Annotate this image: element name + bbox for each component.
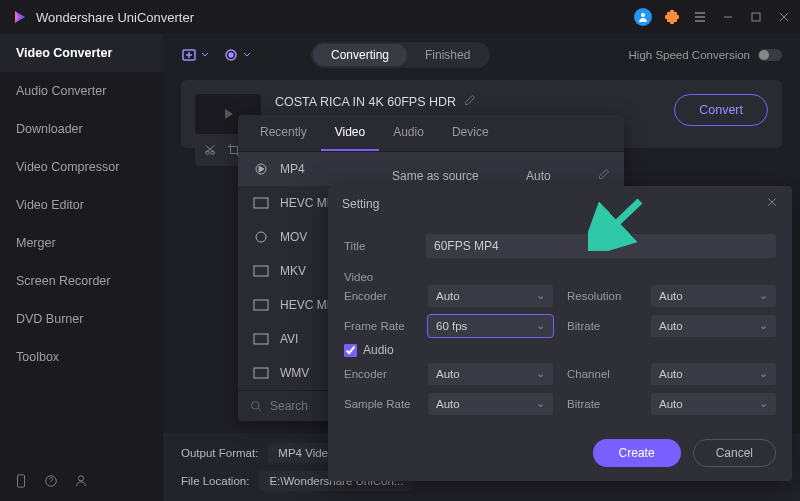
video-encoder-select[interactable]: Auto <box>428 285 553 307</box>
edit-name-icon[interactable] <box>464 94 476 109</box>
tab-finished[interactable]: Finished <box>407 44 488 66</box>
svg-rect-24 <box>254 300 268 310</box>
svg-line-28 <box>258 408 261 411</box>
account-icon[interactable] <box>74 474 88 491</box>
audio-checkbox[interactable]: Audio <box>344 343 776 357</box>
close-icon[interactable] <box>776 9 792 25</box>
toolbar: Converting Finished High Speed Conversio… <box>163 34 800 76</box>
svg-rect-8 <box>18 475 25 487</box>
hevc-mkv-icon <box>252 298 270 312</box>
format-tab-recently[interactable]: Recently <box>246 115 321 151</box>
svg-point-15 <box>229 53 233 57</box>
mkv-icon <box>252 264 270 278</box>
svg-rect-25 <box>254 334 268 344</box>
svg-point-27 <box>252 402 260 410</box>
hevc-icon <box>252 196 270 210</box>
status-tabs: Converting Finished <box>311 42 490 68</box>
search-icon <box>250 400 262 412</box>
auto-label: Auto <box>526 169 551 183</box>
file-name: COSTA RICA IN 4K 60FPS HDR <box>275 95 456 109</box>
add-file-button[interactable] <box>181 47 209 63</box>
file-location-label: File Location: <box>181 475 249 487</box>
tab-converting[interactable]: Converting <box>313 44 407 66</box>
setting-title: Setting <box>342 197 379 211</box>
sidebar-item-video-converter[interactable]: Video Converter <box>0 34 163 72</box>
svg-rect-23 <box>254 266 268 276</box>
output-format-label: Output Format: <box>181 447 258 459</box>
close-setting-icon[interactable] <box>766 196 778 211</box>
audio-bitrate-select[interactable]: Auto <box>651 393 776 415</box>
setting-modal: Setting Title Video Encoder Auto Resolut… <box>328 186 792 481</box>
sidebar-item-video-editor[interactable]: Video Editor <box>0 186 163 224</box>
svg-rect-5 <box>752 13 760 21</box>
phone-icon[interactable] <box>14 474 28 491</box>
help-icon[interactable] <box>44 474 58 491</box>
format-tab-device[interactable]: Device <box>438 115 503 151</box>
sidebar-item-dvd-burner[interactable]: DVD Burner <box>0 300 163 338</box>
app-title: Wondershare UniConverter <box>36 10 634 25</box>
channel-select[interactable]: Auto <box>651 363 776 385</box>
svg-point-0 <box>641 13 645 17</box>
app-logo-icon <box>12 9 28 25</box>
tool-button[interactable] <box>223 47 251 63</box>
sidebar-item-toolbox[interactable]: Toolbox <box>0 338 163 376</box>
avi-icon <box>252 332 270 346</box>
sidebar-item-merger[interactable]: Merger <box>0 224 163 262</box>
create-button[interactable]: Create <box>593 439 681 467</box>
resolution-select[interactable]: Auto <box>651 285 776 307</box>
svg-point-22 <box>256 232 266 242</box>
format-tab-audio[interactable]: Audio <box>379 115 438 151</box>
audio-encoder-select[interactable]: Auto <box>428 363 553 385</box>
sidebar-item-audio-converter[interactable]: Audio Converter <box>0 72 163 110</box>
title-input[interactable] <box>426 234 776 258</box>
frame-rate-select[interactable]: 60 fps <box>428 315 553 337</box>
high-speed-toggle[interactable]: High Speed Conversion <box>629 49 782 61</box>
trim-icon[interactable] <box>203 143 217 160</box>
same-as-source-label: Same as source <box>392 169 479 183</box>
convert-button[interactable]: Convert <box>674 94 768 126</box>
format-item-mp4[interactable]: MP4 <box>238 152 378 186</box>
toggle-switch-icon[interactable] <box>758 49 782 61</box>
menu-icon[interactable] <box>692 9 708 25</box>
video-section-label: Video <box>344 271 776 283</box>
sample-rate-select[interactable]: Auto <box>428 393 553 415</box>
plugin-icon[interactable] <box>664 9 680 25</box>
svg-rect-21 <box>254 198 268 208</box>
sidebar-item-downloader[interactable]: Downloader <box>0 110 163 148</box>
wmv-icon <box>252 366 270 380</box>
maximize-icon[interactable] <box>748 9 764 25</box>
cancel-button[interactable]: Cancel <box>693 439 776 467</box>
video-bitrate-select[interactable]: Auto <box>651 315 776 337</box>
titlebar: Wondershare UniConverter <box>0 0 800 34</box>
sidebar-item-video-compressor[interactable]: Video Compressor <box>0 148 163 186</box>
title-label: Title <box>344 240 414 252</box>
mp4-icon <box>252 162 270 176</box>
mov-icon <box>252 230 270 244</box>
user-avatar-icon[interactable] <box>634 8 652 26</box>
format-tab-video[interactable]: Video <box>321 115 379 151</box>
svg-point-10 <box>78 476 83 481</box>
sidebar: Video Converter Audio Converter Download… <box>0 34 163 501</box>
sidebar-item-screen-recorder[interactable]: Screen Recorder <box>0 262 163 300</box>
minimize-icon[interactable] <box>720 9 736 25</box>
svg-rect-26 <box>254 368 268 378</box>
edit-preset-icon[interactable] <box>598 168 610 183</box>
